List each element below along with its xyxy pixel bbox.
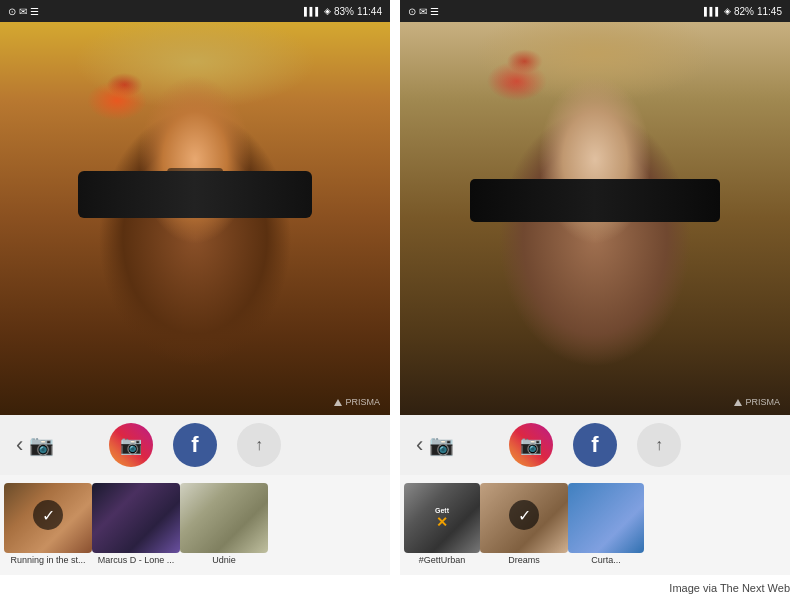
- right-signal-icon: ▌▌▌: [704, 7, 721, 16]
- left-status-icons: ⊙ ✉ ☰: [8, 6, 39, 17]
- left-battery-pct: 83%: [334, 6, 354, 17]
- right-status-right: ▌▌▌ ◈ 82% 11:45: [704, 6, 782, 17]
- right-instagram-button[interactable]: 📷: [509, 423, 553, 467]
- right-prisma-label: PRISMA: [745, 397, 780, 407]
- right-status-bar: ⊙ ✉ ☰ ▌▌▌ ◈ 82% 11:45: [400, 0, 790, 22]
- right-facebook-button[interactable]: f: [573, 423, 617, 467]
- right-prisma-triangle-icon: [734, 399, 742, 406]
- right-filter-curtain[interactable]: Curta...: [568, 483, 644, 567]
- right-filter-dreams-thumb: ✓: [480, 483, 568, 553]
- left-wifi-icon: ◈: [324, 6, 331, 16]
- left-prisma-watermark: PRISMA: [334, 397, 380, 407]
- left-filter-udnie[interactable]: Udnie: [180, 483, 268, 567]
- left-status-right: ▌▌▌ ◈ 83% 11:44: [304, 6, 382, 17]
- left-instagram-icon: 📷: [120, 434, 142, 456]
- right-filter-getturban-label: #GettUrban: [404, 555, 480, 565]
- left-photo-area: 100% PRISMA: [0, 22, 390, 415]
- left-share-bar: ‹ 📷 📷 f ↑: [0, 415, 390, 475]
- left-status-bar: ⊙ ✉ ☰ ▌▌▌ ◈ 83% 11:44: [0, 0, 390, 22]
- right-share-bar: ‹ 📷 📷 f ↑: [400, 415, 790, 475]
- left-instagram-button[interactable]: 📷: [109, 423, 153, 467]
- right-back-arrow-icon: ‹: [416, 432, 423, 458]
- left-message-icon: ✉: [19, 6, 27, 17]
- right-filter-curtain-label: Curta...: [568, 555, 644, 565]
- left-signal-icon: ▌▌▌: [304, 7, 321, 16]
- right-filter-dreams[interactable]: ✓ Dreams: [480, 483, 568, 567]
- right-notification-icon: ⊙: [408, 6, 416, 17]
- left-percent-badge: 100%: [167, 168, 223, 190]
- left-filter-running-check: ✓: [33, 500, 63, 530]
- right-filter-curtain-thumb: [568, 483, 644, 553]
- left-prisma-label: PRISMA: [345, 397, 380, 407]
- right-share-icon: ↑: [655, 436, 663, 454]
- left-filter-running[interactable]: ✓ Running in the st...: [4, 483, 92, 567]
- right-wifi-icon: ◈: [724, 6, 731, 16]
- left-filter-running-thumb: ✓: [4, 483, 92, 553]
- right-camera-icon[interactable]: 📷: [429, 433, 454, 457]
- right-prisma-watermark: PRISMA: [734, 397, 780, 407]
- right-time: 11:45: [757, 6, 782, 17]
- left-facebook-icon: f: [191, 432, 198, 458]
- left-camera-icon[interactable]: 📷: [29, 433, 54, 457]
- left-back-arrow-icon: ‹: [16, 432, 23, 458]
- attribution-text: Image via The Next Web: [669, 582, 790, 594]
- left-filter-marcus-label: Marcus D - Lone ...: [92, 555, 180, 565]
- right-filter-getturban-thumb: Gett ✕: [404, 483, 480, 553]
- left-prisma-triangle-icon: [334, 399, 342, 406]
- left-filter-marcus[interactable]: Marcus D - Lone ...: [92, 483, 180, 567]
- left-share-icon: ↑: [255, 436, 263, 454]
- right-photo-area: PRISMA: [400, 22, 790, 415]
- left-filter-udnie-label: Udnie: [180, 555, 268, 565]
- right-battery-pct: 82%: [734, 6, 754, 17]
- left-menu-icon: ☰: [30, 6, 39, 17]
- left-time: 11:44: [357, 6, 382, 17]
- right-menu-icon: ☰: [430, 6, 439, 17]
- right-message-icon: ✉: [419, 6, 427, 17]
- left-share-button[interactable]: ↑: [237, 423, 281, 467]
- left-notification-icon: ⊙: [8, 6, 16, 17]
- right-filter-strip: Gett ✕ #GettUrban ✓ Dreams Curta...: [400, 475, 790, 575]
- right-instagram-icon: 📷: [520, 434, 542, 456]
- right-photo-bg: PRISMA: [400, 22, 790, 415]
- right-facebook-icon: f: [591, 432, 598, 458]
- left-phone-panel: ⊙ ✉ ☰ ▌▌▌ ◈ 83% 11:44 100% PRISMA ‹ 📷 📷: [0, 0, 390, 575]
- right-phone-panel: ⊙ ✉ ☰ ▌▌▌ ◈ 82% 11:45 PRISMA ‹ 📷 📷 f: [400, 0, 790, 575]
- right-status-icons: ⊙ ✉ ☰: [408, 6, 439, 17]
- right-share-button[interactable]: ↑: [637, 423, 681, 467]
- left-facebook-button[interactable]: f: [173, 423, 217, 467]
- left-photo-bg: 100% PRISMA: [0, 22, 390, 415]
- left-nav-back[interactable]: ‹ 📷: [16, 432, 54, 458]
- left-filter-strip: ✓ Running in the st... Marcus D - Lone .…: [0, 475, 390, 575]
- right-filter-dreams-check: ✓: [509, 500, 539, 530]
- left-filter-running-label: Running in the st...: [4, 555, 92, 565]
- right-filter-dreams-label: Dreams: [480, 555, 568, 565]
- right-filter-getturban[interactable]: Gett ✕ #GettUrban: [404, 483, 480, 567]
- left-filter-marcus-thumb: [92, 483, 180, 553]
- right-nav-back[interactable]: ‹ 📷: [416, 432, 454, 458]
- left-filter-udnie-thumb: [180, 483, 268, 553]
